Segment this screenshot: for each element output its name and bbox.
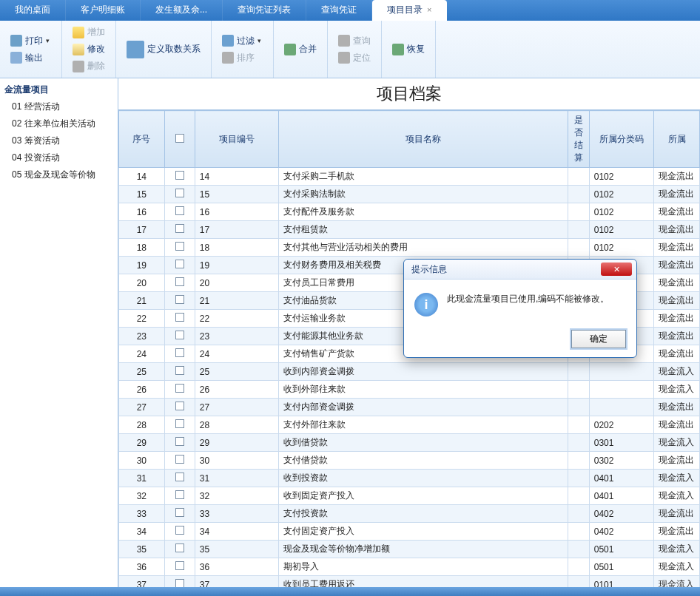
restore-button[interactable]: 恢复 <box>389 41 428 57</box>
row-checkbox[interactable] <box>175 543 184 552</box>
table-row[interactable]: 3333支付投资款0402现金流出 <box>119 505 700 523</box>
row-checkbox[interactable] <box>175 490 184 499</box>
cell-chk[interactable] <box>164 257 195 274</box>
tab-查询凭证[interactable]: 查询凭证 <box>306 0 372 21</box>
cell-chk[interactable] <box>164 221 195 239</box>
row-checkbox[interactable] <box>175 224 184 233</box>
row-checkbox[interactable] <box>175 348 184 357</box>
locate-button[interactable]: 定位 <box>335 50 374 66</box>
col-jie[interactable]: 是否结算 <box>568 111 589 168</box>
cell-chk[interactable] <box>164 558 195 576</box>
filter-button[interactable]: 过滤▾ <box>219 33 266 49</box>
close-icon[interactable]: × <box>427 5 431 14</box>
cell-chk[interactable] <box>164 541 195 558</box>
row-checkbox[interactable] <box>175 579 184 587</box>
cell-chk[interactable] <box>164 203 195 221</box>
row-checkbox[interactable] <box>175 206 184 215</box>
cell-chk[interactable] <box>164 381 195 399</box>
table-row[interactable]: 3535现金及现金等价物净增加额0501现金流入 <box>119 541 700 558</box>
cell-chk[interactable] <box>164 434 195 452</box>
cell-chk[interactable] <box>164 292 195 310</box>
row-checkbox[interactable] <box>175 295 184 304</box>
cell-chk[interactable] <box>164 328 195 345</box>
col-seq[interactable]: 序号 <box>119 111 165 168</box>
table-row[interactable]: 1616支付配件及服务款0102现金流出 <box>119 203 700 221</box>
close-icon[interactable]: ✕ <box>601 263 632 276</box>
row-checkbox[interactable] <box>175 313 184 322</box>
sidebar-root[interactable]: 金流量项目 <box>3 81 115 98</box>
col-cls[interactable]: 所属分类码 <box>589 111 653 168</box>
cell-chk[interactable] <box>164 168 195 186</box>
col-name[interactable]: 项目名称 <box>279 111 568 168</box>
tab-项目目录[interactable]: 项目目录× <box>372 0 447 21</box>
tab-客户明细账[interactable]: 客户明细账 <box>66 0 141 21</box>
print-button[interactable]: 打印▾ <box>7 33 54 49</box>
define-button[interactable]: 定义取数关系 <box>124 39 203 60</box>
table-row[interactable]: 1717支付租赁款0102现金流出 <box>119 221 700 239</box>
header-checkbox[interactable] <box>175 134 184 143</box>
col-code[interactable]: 项目编号 <box>195 111 278 168</box>
col-dir[interactable]: 所属 <box>654 111 700 168</box>
merge-button[interactable]: 合并 <box>281 41 320 57</box>
cell-chk[interactable] <box>164 487 195 505</box>
table-row[interactable]: 1818支付其他与营业活动相关的费用0102现金流出 <box>119 239 700 257</box>
row-checkbox[interactable] <box>175 260 184 268</box>
sort-button[interactable]: 排序 <box>219 50 266 66</box>
tab-我的桌面[interactable]: 我的桌面 <box>0 0 66 21</box>
row-checkbox[interactable] <box>175 384 184 393</box>
edit-button[interactable]: 修改 <box>70 41 108 57</box>
table-row[interactable]: 2727支付内部资金调拨现金流出 <box>119 399 700 416</box>
table-row[interactable]: 3636期初导入0501现金流入 <box>119 558 700 576</box>
sidebar-item[interactable]: 01 经营活动 <box>3 98 115 115</box>
cell-chk[interactable] <box>164 452 195 470</box>
cell-chk[interactable] <box>164 399 195 416</box>
col-chk[interactable] <box>164 111 195 168</box>
cell-chk[interactable] <box>164 576 195 588</box>
ok-button[interactable]: 确定 <box>571 330 626 348</box>
cell-chk[interactable] <box>164 416 195 434</box>
cell-chk[interactable] <box>164 505 195 523</box>
sidebar-item[interactable]: 04 投资活动 <box>3 149 115 166</box>
table-row[interactable]: 3030支付借贷款0302现金流出 <box>119 452 700 470</box>
table-row[interactable]: 3737收到员工费用返还0101现金流入 <box>119 576 700 588</box>
sidebar-item[interactable]: 03 筹资活动 <box>3 132 115 149</box>
sidebar-item[interactable]: 05 现金及现金等价物 <box>3 166 115 183</box>
table-row[interactable]: 2929收到借贷款0301现金流入 <box>119 434 700 452</box>
table-row[interactable]: 2828支付外部往来款0202现金流出 <box>119 416 700 434</box>
cell-chk[interactable] <box>164 274 195 292</box>
delete-button[interactable]: 删除 <box>70 58 108 74</box>
row-checkbox[interactable] <box>175 508 184 517</box>
cell-chk[interactable] <box>164 523 195 541</box>
row-checkbox[interactable] <box>175 419 184 428</box>
add-button[interactable]: 增加 <box>70 24 108 40</box>
cell-chk[interactable] <box>164 345 195 363</box>
dialog-titlebar[interactable]: 提示信息 ✕ <box>404 260 636 280</box>
table-row[interactable]: 1515支付采购法制款0102现金流出 <box>119 186 700 203</box>
row-checkbox[interactable] <box>175 526 184 535</box>
row-checkbox[interactable] <box>175 189 184 197</box>
cell-chk[interactable] <box>164 363 195 381</box>
tab-发生额及余...[interactable]: 发生额及余... <box>141 0 223 21</box>
cell-chk[interactable] <box>164 239 195 257</box>
row-checkbox[interactable] <box>175 331 184 339</box>
table-row[interactable]: 1414支付采购二手机款0102现金流出 <box>119 168 700 186</box>
cell-chk[interactable] <box>164 186 195 203</box>
row-checkbox[interactable] <box>175 473 184 481</box>
row-checkbox[interactable] <box>175 171 184 180</box>
sidebar-item[interactable]: 02 往来单位相关活动 <box>3 115 115 132</box>
row-checkbox[interactable] <box>175 561 184 570</box>
row-checkbox[interactable] <box>175 242 184 251</box>
table-row[interactable]: 3434支付固定资产投入0402现金流出 <box>119 523 700 541</box>
table-row[interactable]: 2626收到外部往来款现金流入 <box>119 381 700 399</box>
row-checkbox[interactable] <box>175 455 184 464</box>
table-row[interactable]: 3232收到固定资产投入0401现金流入 <box>119 487 700 505</box>
row-checkbox[interactable] <box>175 402 184 410</box>
cell-chk[interactable] <box>164 310 195 328</box>
tab-查询凭证列表[interactable]: 查询凭证列表 <box>223 0 306 21</box>
query-button[interactable]: 查询 <box>335 33 374 49</box>
table-row[interactable]: 3131收到投资款0401现金流入 <box>119 470 700 487</box>
row-checkbox[interactable] <box>175 437 184 446</box>
cell-chk[interactable] <box>164 470 195 487</box>
export-button[interactable]: 输出 <box>7 50 54 66</box>
row-checkbox[interactable] <box>175 277 184 286</box>
